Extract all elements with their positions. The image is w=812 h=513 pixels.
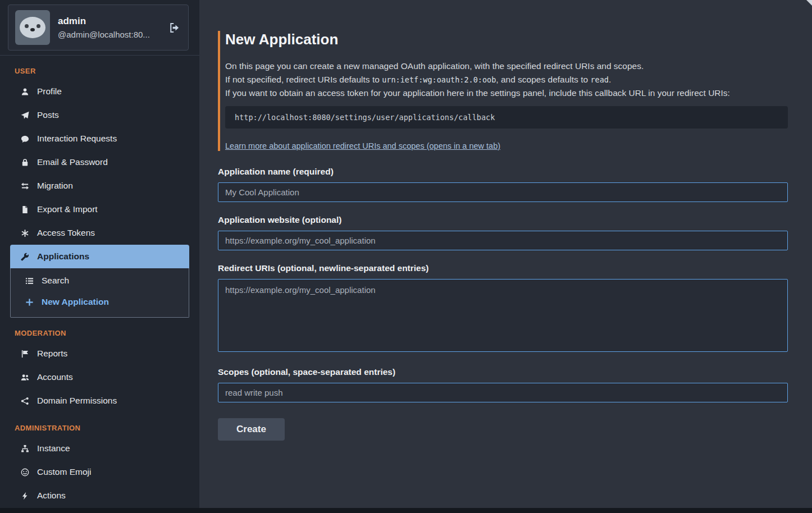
sidebar-item-label: Migration (37, 181, 73, 191)
intro-line-3: If you want to obtain an access token fo… (225, 86, 788, 100)
sidebar-item-posts[interactable]: Posts (10, 103, 189, 127)
horizontal-scrollbar[interactable] (0, 508, 812, 513)
sidebar-item-reports[interactable]: Reports (10, 342, 189, 365)
sidebar-item-label: Email & Password (37, 157, 108, 167)
users-icon (20, 373, 30, 382)
plus-icon (24, 298, 34, 306)
sidebar: admin @admin@localhost:80... USER Profil… (0, 0, 199, 513)
sidebar-item-label: Profile (37, 86, 62, 97)
user-handle: @admin@localhost:80... (58, 30, 159, 39)
section-header-moderation: MODERATION (15, 329, 199, 337)
sidebar-item-label: Domain Permissions (37, 396, 117, 406)
logout-button[interactable] (167, 22, 181, 34)
intro-text-segment: . (609, 75, 611, 84)
share-nodes-icon (20, 397, 30, 405)
scrollbar-corner (806, 0, 812, 6)
sidebar-item-label: Reports (37, 349, 67, 359)
sidebar-item-profile[interactable]: Profile (10, 80, 189, 103)
sidebar-item-accounts[interactable]: Accounts (10, 365, 189, 389)
intro-line-2: If not specified, redirect URIs defaults… (225, 73, 788, 86)
new-application-form: Application name (required) Application … (218, 167, 788, 441)
sidebar-item-label: Access Tokens (37, 228, 95, 238)
sidebar-item-email-password[interactable]: Email & Password (10, 150, 189, 174)
inline-code-read: read (590, 75, 609, 84)
application-website-input[interactable] (218, 231, 788, 250)
sidebar-item-label: Applications (37, 251, 89, 262)
sidebar-item-label: Search (42, 276, 69, 286)
user-card: admin @admin@localhost:80... (8, 4, 189, 51)
applications-submenu: Search New Application (10, 268, 189, 318)
application-website-field: Application website (optional) (218, 215, 788, 250)
sidebar-item-applications[interactable]: Applications (10, 245, 189, 268)
sidebar-item-domain-permissions[interactable]: Domain Permissions (10, 389, 189, 413)
sidebar-item-label: Actions (37, 491, 66, 501)
comment-icon (20, 135, 30, 143)
sidebar-item-label: Posts (37, 110, 59, 120)
redirect-uris-label: Redirect URIs (optional, newline-separat… (218, 263, 788, 273)
callback-url-code-block: http://localhost:8080/settings/user/appl… (225, 106, 788, 129)
gear-icon (20, 229, 30, 237)
application-name-input[interactable] (218, 182, 788, 202)
application-name-label: Application name (required) (218, 167, 788, 177)
avatar-face (20, 17, 45, 38)
bolt-icon (20, 492, 30, 500)
sidebar-item-label: Instance (37, 443, 70, 454)
page-title: New Application (225, 31, 788, 48)
smiley-icon (20, 468, 30, 477)
redirect-uris-textarea[interactable] (218, 279, 788, 352)
sidebar-item-access-tokens[interactable]: Access Tokens (10, 221, 189, 245)
user-card-wrap: admin @admin@localhost:80... (0, 4, 199, 56)
flag-icon (20, 350, 30, 358)
intro-text-segment: , and scopes defaults to (496, 75, 590, 84)
sitemap-icon (20, 445, 30, 453)
scopes-input[interactable] (218, 383, 788, 402)
wrench-icon (20, 253, 30, 261)
sidebar-item-interaction-requests[interactable]: Interaction Requests (10, 127, 189, 150)
scopes-field: Scopes (optional, space-separated entrie… (218, 367, 788, 402)
list-icon (24, 277, 34, 285)
inline-code-oob: urn:ietf:wg:oauth:2.0:oob (382, 75, 496, 84)
intro-text-segment: If not specified, redirect URIs defaults… (225, 75, 382, 84)
sidebar-item-label: Interaction Requests (37, 134, 117, 144)
sidebar-nav: USER Profile Posts Interaction Requests … (0, 67, 199, 507)
section-header-administration: ADMINISTRATION (15, 424, 199, 432)
learn-more-link[interactable]: Learn more about application redirect UR… (225, 141, 500, 150)
avatar (15, 10, 50, 45)
application-website-label: Application website (optional) (218, 215, 788, 225)
sidebar-item-export-import[interactable]: Export & Import (10, 198, 189, 221)
sidebar-item-new-application[interactable]: New Application (11, 291, 189, 313)
sidebar-item-label: New Application (42, 297, 109, 307)
redirect-uris-field: Redirect URIs (optional, newline-separat… (218, 263, 788, 354)
file-export-icon (20, 205, 30, 214)
sidebar-item-instance[interactable]: Instance (10, 437, 189, 460)
page-header-block: New Application On this page you can cre… (218, 31, 788, 151)
sidebar-item-migration[interactable]: Migration (10, 174, 189, 198)
sidebar-item-label: Custom Emoji (37, 467, 91, 477)
user-icon (20, 88, 30, 96)
logout-icon (168, 22, 180, 34)
scopes-label: Scopes (optional, space-separated entrie… (218, 367, 788, 377)
sidebar-item-custom-emoji[interactable]: Custom Emoji (10, 460, 189, 484)
lock-icon (20, 158, 30, 167)
sidebar-item-label: Accounts (37, 372, 73, 382)
transfer-arrows-icon (20, 182, 30, 190)
sidebar-item-label: Export & Import (37, 204, 98, 214)
intro-line-1: On this page you can create a new manage… (225, 59, 788, 73)
paper-plane-icon (20, 111, 30, 120)
main-content: New Application On this page you can cre… (199, 0, 812, 513)
create-button[interactable]: Create (218, 418, 285, 441)
section-header-user: USER (15, 67, 199, 75)
sidebar-item-applications-search[interactable]: Search (11, 270, 189, 291)
application-name-field: Application name (required) (218, 167, 788, 202)
user-name: admin (58, 16, 159, 27)
sidebar-item-actions[interactable]: Actions (10, 484, 189, 507)
user-info: admin @admin@localhost:80... (58, 16, 159, 39)
